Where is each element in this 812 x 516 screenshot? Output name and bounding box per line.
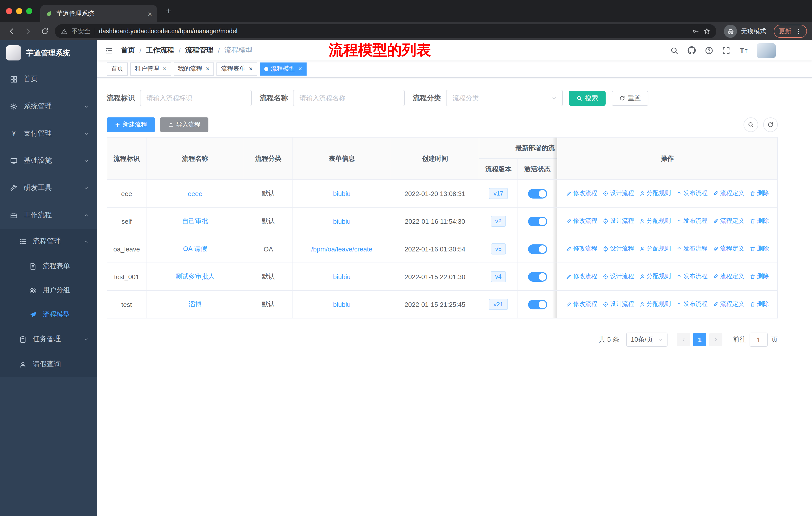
password-key-icon[interactable] [692,28,699,35]
sidebar-toggle-button[interactable] [105,46,113,55]
breadcrumb-item[interactable]: 工作流程 [146,46,174,55]
active-switch[interactable] [528,244,547,254]
font-size-icon[interactable]: TT [739,46,748,55]
fullscreen-icon[interactable] [722,46,730,55]
sidebar-item-dev-tools[interactable]: 研发工具 [0,174,97,201]
help-icon[interactable] [705,46,713,55]
tag-my-process[interactable]: 我的流程× [173,62,214,75]
address-bar[interactable]: 不安全 dashboard.yudao.iocoder.cn/bpm/manag… [55,24,716,38]
browser-menu-icon[interactable] [795,28,802,35]
reset-button[interactable]: 重置 [612,90,648,106]
action-edit-process[interactable]: 修改流程 [566,245,597,253]
action-design-process[interactable]: 设计流程 [602,245,634,253]
tag-close-icon[interactable]: × [206,65,209,72]
tag-process-model[interactable]: 流程模型× [260,62,307,75]
process-name-link[interactable]: 测试多审批人 [175,273,215,280]
version-badge[interactable]: v17 [489,188,508,199]
sidebar-item-process-form[interactable]: 流程表单 [0,254,97,278]
sidebar-item-payment-management[interactable]: ¥支付管理 [0,120,97,147]
action-edit-process[interactable]: 修改流程 [566,272,597,281]
action-assign-rules[interactable]: 分配规则 [639,300,671,309]
action-publish-process[interactable]: 发布流程 [676,245,707,253]
action-assign-rules[interactable]: 分配规则 [639,189,671,198]
action-process-definition[interactable]: 流程定义 [713,300,744,309]
prev-page-button[interactable] [677,333,690,346]
browser-tab[interactable]: 芋道管理系统 × [40,5,157,22]
close-window-button[interactable] [6,8,12,14]
sidebar-item-process-management[interactable]: 流程管理 [0,229,97,254]
github-icon[interactable] [687,46,696,55]
create-process-button[interactable]: 新建流程 [107,117,155,132]
version-badge[interactable]: v2 [491,216,506,227]
process-name-input[interactable] [293,90,405,106]
form-info-link[interactable]: biubiu [333,190,350,197]
form-info-link[interactable]: biubiu [333,273,350,280]
action-process-definition[interactable]: 流程定义 [713,245,744,253]
action-delete[interactable]: 删除 [749,245,769,253]
action-assign-rules[interactable]: 分配规则 [639,217,671,225]
action-publish-process[interactable]: 发布流程 [676,300,707,309]
browser-back-button[interactable] [5,25,18,38]
action-design-process[interactable]: 设计流程 [602,189,634,198]
tag-tenant-management[interactable]: 租户管理× [130,62,171,75]
tag-process-form[interactable]: 流程表单× [216,62,257,75]
new-tab-button[interactable]: + [161,3,176,19]
page-size-select[interactable]: 10条/页 [626,332,668,347]
version-badge[interactable]: v4 [491,271,506,282]
action-assign-rules[interactable]: 分配规则 [639,272,671,281]
action-publish-process[interactable]: 发布流程 [676,189,707,198]
action-edit-process[interactable]: 修改流程 [566,189,597,198]
sidebar-item-system-management[interactable]: 系统管理 [0,93,97,120]
goto-page-input[interactable] [750,332,768,347]
active-switch[interactable] [528,189,547,198]
form-info-link[interactable]: /bpm/oa/leave/create [311,245,373,253]
sidebar-item-workflow[interactable]: 工作流程 [0,201,97,229]
minimize-window-button[interactable] [16,8,22,14]
process-name-link[interactable]: OA 请假 [183,245,207,252]
action-delete[interactable]: 删除 [749,300,769,309]
active-switch[interactable] [528,300,547,309]
breadcrumb-item[interactable]: 首页 [121,46,135,55]
sidebar-item-task-management[interactable]: 任务管理 [0,327,97,352]
import-process-button[interactable]: 导入流程 [160,117,208,132]
process-name-link[interactable]: 自己审批 [182,217,208,225]
browser-forward-button[interactable] [22,25,35,38]
page-number-button[interactable]: 1 [693,333,706,346]
header-search-icon[interactable] [670,46,678,55]
action-process-definition[interactable]: 流程定义 [713,217,744,225]
toggle-search-button[interactable] [744,117,758,132]
user-avatar[interactable] [757,43,776,58]
sidebar-item-home[interactable]: 首页 [0,65,97,93]
breadcrumb-item[interactable]: 流程管理 [185,46,213,55]
maximize-window-button[interactable] [26,8,32,14]
action-process-definition[interactable]: 流程定义 [713,189,744,198]
sidebar-item-infrastructure[interactable]: 基础设施 [0,147,97,174]
process-name-link[interactable]: 滔博 [188,300,202,308]
action-publish-process[interactable]: 发布流程 [676,217,707,225]
action-delete[interactable]: 删除 [749,189,769,198]
process-key-input[interactable] [140,90,252,106]
active-switch[interactable] [528,216,547,226]
next-page-button[interactable] [709,333,722,346]
action-design-process[interactable]: 设计流程 [602,300,634,309]
refresh-table-button[interactable] [763,117,778,132]
action-edit-process[interactable]: 修改流程 [566,300,597,309]
tag-close-icon[interactable]: × [298,65,302,72]
action-publish-process[interactable]: 发布流程 [676,272,707,281]
form-info-link[interactable]: biubiu [333,217,350,225]
active-switch[interactable] [528,272,547,281]
action-design-process[interactable]: 设计流程 [602,217,634,225]
action-assign-rules[interactable]: 分配规则 [639,245,671,253]
process-name-link[interactable]: eeee [188,190,202,197]
action-delete[interactable]: 删除 [749,217,769,225]
update-button[interactable]: 更新 [774,25,807,38]
tag-home[interactable]: 首页 [107,62,128,75]
action-edit-process[interactable]: 修改流程 [566,217,597,225]
tab-close-icon[interactable]: × [147,10,152,18]
action-process-definition[interactable]: 流程定义 [713,272,744,281]
sidebar-item-user-group[interactable]: 用户分组 [0,278,97,302]
action-delete[interactable]: 删除 [749,272,769,281]
tag-close-icon[interactable]: × [249,65,253,72]
version-badge[interactable]: v5 [491,243,506,254]
bookmark-star-icon[interactable] [703,28,710,35]
